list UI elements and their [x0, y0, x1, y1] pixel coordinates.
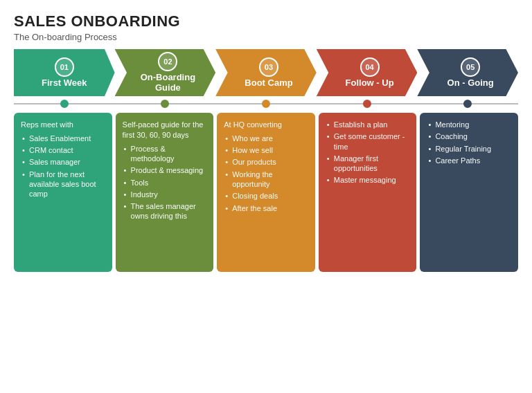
cards-row: Reps meet with Sales Enablement CRM cont…: [14, 113, 518, 272]
list-item: Tools: [123, 178, 207, 188]
slide-title: SALES ONBOARDING: [14, 12, 518, 30]
arrow-step-1: 01 First Week: [14, 49, 115, 96]
card-5: Mentoring Coaching Regular Training Care…: [420, 113, 518, 272]
list-item: CRM contact: [21, 145, 105, 155]
list-item: After the sale: [224, 203, 308, 213]
step-num-5: 05: [461, 57, 480, 77]
list-item: Sales Enablement: [21, 134, 105, 143]
arrow-step-3: 03 Boot Camp: [215, 49, 317, 96]
card-3: At HQ converting Who we are How we sell …: [217, 113, 315, 272]
card-2-intro: Self-paced guide for the first 30, 60, 9…: [123, 120, 207, 140]
step-num-1: 01: [55, 57, 74, 77]
step-label-2: On-Boarding Guide: [127, 73, 209, 93]
connector-row: [14, 96, 518, 111]
card-4-list: Establish a plan Get some customer - tim…: [326, 120, 410, 185]
card-3-intro: At HQ converting: [224, 120, 308, 130]
list-item: How we sell: [224, 145, 308, 155]
slide: SALES ONBOARDING The On-boarding Process…: [0, 0, 532, 393]
list-item: Closing deals: [224, 191, 308, 201]
list-item: Master messaging: [326, 175, 410, 185]
list-item: Manager first opportunities: [326, 154, 410, 174]
step-num-2: 02: [158, 52, 177, 71]
list-item: Establish a plan: [326, 120, 410, 129]
arrow-step-4: 04 Follow - Up: [317, 49, 418, 96]
card-1-list: Sales Enablement CRM contact Sales manag…: [21, 134, 105, 199]
card-2: Self-paced guide for the first 30, 60, 9…: [116, 113, 214, 272]
slide-subtitle: The On-boarding Process: [14, 32, 518, 42]
arrow-step-5: 05 On - Going: [417, 49, 518, 96]
list-item: Product & messaging: [123, 165, 207, 175]
connector-3: [215, 100, 317, 108]
card-1: Reps meet with Sales Enablement CRM cont…: [14, 113, 112, 272]
step-num-4: 04: [360, 57, 380, 77]
list-item: Industry: [123, 190, 207, 199]
card-1-intro: Reps meet with: [21, 120, 105, 130]
list-item: Career Paths: [427, 156, 511, 165]
connector-1: [14, 100, 115, 108]
connector-5: [417, 100, 518, 108]
list-item: Regular Training: [427, 144, 511, 154]
step-label-4: Follow - Up: [346, 78, 394, 89]
step-num-3: 03: [259, 57, 278, 77]
list-item: Who we are: [224, 134, 308, 143]
card-2-list: Process & methodology Product & messagin…: [123, 144, 207, 221]
list-item: Coaching: [427, 131, 511, 141]
list-item: Sales manager: [21, 157, 105, 167]
card-4: Establish a plan Get some customer - tim…: [319, 113, 417, 272]
list-item: Our products: [224, 157, 308, 167]
list-item: The sales manager owns driving this: [123, 201, 207, 221]
list-item: Process & methodology: [123, 144, 207, 164]
list-item: Get some customer - time: [326, 131, 410, 152]
card-3-list: Who we are How we sell Our products Work…: [224, 134, 308, 213]
arrow-row: 01 First Week 02 On-Boarding Guide: [14, 49, 518, 96]
card-5-list: Mentoring Coaching Regular Training Care…: [427, 120, 511, 165]
connector-2: [115, 100, 216, 108]
step-label-3: Boot Camp: [245, 78, 292, 89]
arrow-step-2: 02 On-Boarding Guide: [115, 49, 216, 96]
list-item: Working the opportunity: [224, 170, 308, 190]
connector-4: [317, 100, 418, 108]
step-label-5: On - Going: [447, 78, 494, 89]
list-item: Plan for the next available sales boot c…: [21, 170, 105, 199]
list-item: Mentoring: [427, 120, 511, 129]
step-label-1: First Week: [42, 78, 87, 89]
